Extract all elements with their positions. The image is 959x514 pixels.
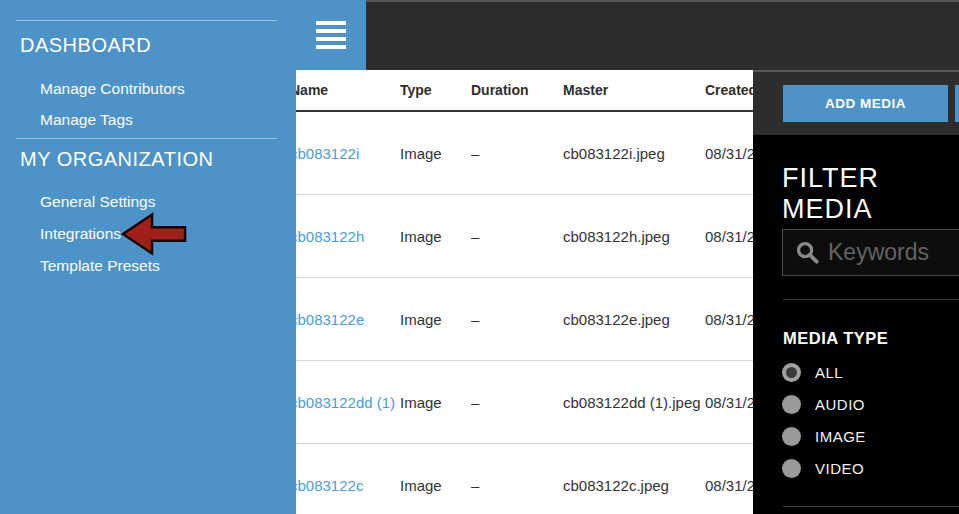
radio-icon[interactable] [782, 395, 801, 414]
sidebar-item-manage-contributors[interactable]: Manage Contributors [40, 80, 185, 98]
media-type-option-all[interactable]: ALL [782, 363, 843, 382]
column-header-type[interactable]: Type [400, 82, 471, 98]
sidebar-heading-my-organization[interactable]: MY ORGANIZATION [20, 148, 213, 171]
sidebar-item-template-presets[interactable]: Template Presets [40, 257, 160, 275]
media-type-cell: Image [400, 477, 471, 494]
sidebar-divider [16, 20, 277, 21]
media-type-cell: Image [400, 311, 471, 328]
radio-selected-icon[interactable] [782, 363, 801, 382]
media-type-option-audio[interactable]: AUDIO [782, 395, 865, 414]
red-left-arrow-icon [120, 211, 188, 257]
sidebar-heading-dashboard[interactable]: DASHBOARD [20, 34, 151, 57]
magnifier-icon [795, 240, 820, 265]
sidebar-item-general-settings[interactable]: General Settings [40, 193, 155, 211]
radio-icon[interactable] [782, 427, 801, 446]
media-duration-cell: – [471, 477, 563, 494]
media-type-cell: Image [400, 145, 471, 162]
add-media-button[interactable]: ADD MEDIA [783, 85, 948, 122]
media-duration-cell: – [471, 145, 563, 162]
filter-media-heading: FILTER MEDIA [782, 163, 959, 225]
media-type-cell: Image [400, 228, 471, 245]
panel-divider [783, 299, 959, 300]
media-type-heading: MEDIA TYPE [783, 329, 888, 348]
media-name-link[interactable]: cb083122dd (1) [288, 394, 400, 411]
media-master-cell: cb083122c.jpeg [563, 477, 705, 494]
keywords-input[interactable] [828, 239, 958, 266]
filter-panel-body: FILTER MEDIA MEDIA TYPE ALL AUDIO IMAGE … [753, 135, 959, 514]
panel-actions: ADD MEDIA [753, 72, 959, 135]
sidebar-item-manage-tags[interactable]: Manage Tags [40, 111, 133, 129]
media-duration-cell: – [471, 311, 563, 328]
media-name-link[interactable]: cb083122c [288, 477, 400, 494]
media-master-cell: cb083122dd (1).jpeg [563, 394, 705, 411]
media-master-cell: cb083122i.jpeg [563, 145, 705, 162]
media-name-link[interactable]: cb083122e [288, 311, 400, 328]
media-name-link[interactable]: cb083122i [288, 145, 400, 162]
column-header-name[interactable]: Name [288, 82, 400, 98]
hamburger-icon [296, 21, 366, 49]
media-master-cell: cb083122h.jpeg [563, 228, 705, 245]
column-header-master[interactable]: Master [563, 82, 705, 98]
sidebar-menu-toggle[interactable] [296, 0, 366, 70]
media-type-cell: Image [400, 394, 471, 411]
media-name-link[interactable]: cb083122h [288, 228, 400, 245]
keywords-search-box[interactable] [782, 229, 959, 276]
sidebar-divider [16, 138, 277, 139]
panel-divider [783, 506, 959, 507]
media-master-cell: cb083122e.jpeg [563, 311, 705, 328]
column-header-duration[interactable]: Duration [471, 82, 563, 98]
media-type-option-video[interactable]: VIDEO [782, 459, 864, 478]
sidebar-item-integrations[interactable]: Integrations [40, 225, 121, 243]
media-duration-cell: – [471, 228, 563, 245]
media-duration-cell: – [471, 394, 563, 411]
radio-icon[interactable] [782, 459, 801, 478]
secondary-action-button-clipped[interactable] [955, 85, 959, 122]
media-type-option-image[interactable]: IMAGE [782, 427, 866, 446]
sidebar: DASHBOARD Manage Contributors Manage Tag… [0, 0, 296, 514]
top-bar [296, 0, 959, 70]
filter-panel: ADD MEDIA FILTER MEDIA MEDIA TYPE ALL AU… [753, 70, 959, 514]
